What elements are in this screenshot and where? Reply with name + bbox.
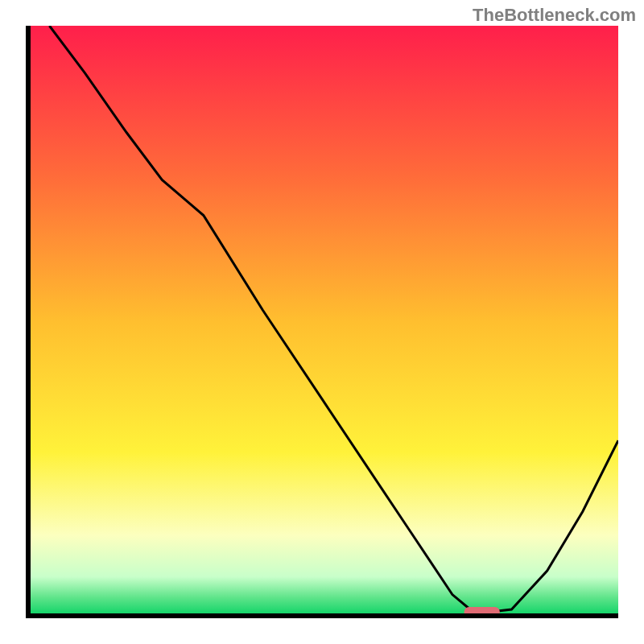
chart-container: TheBottleneck.com — [0, 0, 644, 644]
axes-frame — [26, 26, 618, 618]
watermark-label: TheBottleneck.com — [473, 5, 636, 26]
